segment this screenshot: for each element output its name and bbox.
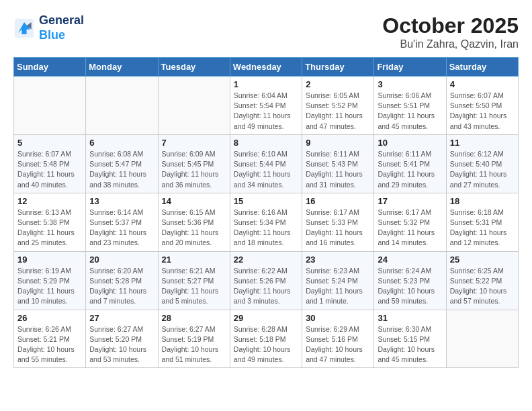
day-cell: 7Sunrise: 6:09 AM Sunset: 5:45 PM Daylig…	[158, 134, 230, 193]
day-cell: 8Sunrise: 6:10 AM Sunset: 5:44 PM Daylig…	[230, 134, 302, 193]
day-number: 30	[306, 313, 370, 323]
header-cell-saturday: Saturday	[446, 58, 518, 77]
day-info: Sunrise: 6:09 AM Sunset: 5:45 PM Dayligh…	[162, 149, 226, 190]
day-info: Sunrise: 6:13 AM Sunset: 5:38 PM Dayligh…	[17, 208, 82, 248]
day-number: 21	[162, 255, 226, 265]
day-number: 5	[17, 138, 82, 148]
day-info: Sunrise: 6:10 AM Sunset: 5:44 PM Dayligh…	[234, 149, 298, 190]
day-number: 23	[306, 255, 370, 265]
day-info: Sunrise: 6:25 AM Sunset: 5:22 PM Dayligh…	[450, 266, 515, 307]
header-cell-friday: Friday	[374, 58, 446, 77]
day-info: Sunrise: 6:11 AM Sunset: 5:41 PM Dayligh…	[378, 149, 442, 190]
day-number: 31	[378, 313, 442, 323]
day-cell: 28Sunrise: 6:27 AM Sunset: 5:19 PM Dayli…	[158, 310, 230, 368]
day-info: Sunrise: 6:12 AM Sunset: 5:40 PM Dayligh…	[450, 149, 515, 190]
day-cell: 26Sunrise: 6:26 AM Sunset: 5:21 PM Dayli…	[14, 310, 86, 368]
day-info: Sunrise: 6:15 AM Sunset: 5:36 PM Dayligh…	[162, 208, 226, 248]
day-number: 16	[306, 196, 370, 206]
header-cell-thursday: Thursday	[302, 58, 374, 77]
day-cell: 4Sunrise: 6:07 AM Sunset: 5:50 PM Daylig…	[446, 77, 518, 135]
day-cell: 30Sunrise: 6:29 AM Sunset: 5:16 PM Dayli…	[302, 310, 374, 368]
day-cell: 18Sunrise: 6:18 AM Sunset: 5:31 PM Dayli…	[446, 193, 518, 251]
day-cell: 13Sunrise: 6:14 AM Sunset: 5:37 PM Dayli…	[86, 193, 158, 251]
calendar-title: October 2025	[382, 13, 519, 38]
day-number: 9	[306, 138, 370, 148]
day-info: Sunrise: 6:17 AM Sunset: 5:32 PM Dayligh…	[378, 208, 442, 248]
day-info: Sunrise: 6:20 AM Sunset: 5:28 PM Dayligh…	[89, 266, 154, 307]
day-cell: 2Sunrise: 6:05 AM Sunset: 5:52 PM Daylig…	[302, 77, 374, 135]
day-info: Sunrise: 6:23 AM Sunset: 5:24 PM Dayligh…	[306, 266, 370, 307]
day-cell: 27Sunrise: 6:27 AM Sunset: 5:20 PM Dayli…	[86, 310, 158, 368]
day-cell: 12Sunrise: 6:13 AM Sunset: 5:38 PM Dayli…	[14, 193, 86, 251]
day-cell: 31Sunrise: 6:30 AM Sunset: 5:15 PM Dayli…	[374, 310, 446, 368]
day-number: 25	[450, 255, 515, 265]
day-info: Sunrise: 6:28 AM Sunset: 5:18 PM Dayligh…	[234, 324, 298, 365]
day-info: Sunrise: 6:30 AM Sunset: 5:15 PM Dayligh…	[378, 324, 442, 365]
day-cell: 9Sunrise: 6:11 AM Sunset: 5:43 PM Daylig…	[302, 134, 374, 193]
calendar-subtitle: Bu'in Zahra, Qazvin, Iran	[382, 38, 519, 50]
day-cell	[86, 77, 158, 135]
day-number: 24	[378, 255, 442, 265]
day-info: Sunrise: 6:17 AM Sunset: 5:33 PM Dayligh…	[306, 208, 370, 248]
week-row-3: 12Sunrise: 6:13 AM Sunset: 5:38 PM Dayli…	[14, 193, 519, 251]
day-number: 28	[162, 313, 226, 323]
day-cell: 14Sunrise: 6:15 AM Sunset: 5:36 PM Dayli…	[158, 193, 230, 251]
day-cell	[446, 310, 518, 368]
day-cell: 1Sunrise: 6:04 AM Sunset: 5:54 PM Daylig…	[230, 77, 302, 135]
day-info: Sunrise: 6:22 AM Sunset: 5:26 PM Dayligh…	[234, 266, 298, 307]
day-cell: 16Sunrise: 6:17 AM Sunset: 5:33 PM Dayli…	[302, 193, 374, 251]
header-cell-wednesday: Wednesday	[230, 58, 302, 77]
week-row-4: 19Sunrise: 6:19 AM Sunset: 5:29 PM Dayli…	[14, 251, 519, 310]
day-info: Sunrise: 6:07 AM Sunset: 5:50 PM Dayligh…	[450, 91, 515, 132]
day-number: 2	[306, 79, 370, 89]
calendar-header: SundayMondayTuesdayWednesdayThursdayFrid…	[14, 58, 519, 77]
day-number: 18	[450, 196, 515, 206]
logo-line2: Blue	[39, 28, 65, 42]
day-number: 6	[89, 138, 154, 148]
day-cell: 17Sunrise: 6:17 AM Sunset: 5:32 PM Dayli…	[374, 193, 446, 251]
week-row-1: 1Sunrise: 6:04 AM Sunset: 5:54 PM Daylig…	[14, 77, 519, 135]
header-cell-tuesday: Tuesday	[158, 58, 230, 77]
day-number: 29	[234, 313, 298, 323]
day-cell: 21Sunrise: 6:21 AM Sunset: 5:27 PM Dayli…	[158, 251, 230, 310]
calendar-body: 1Sunrise: 6:04 AM Sunset: 5:54 PM Daylig…	[14, 77, 519, 368]
logo-text: General Blue	[39, 13, 84, 42]
logo-icon	[13, 17, 35, 39]
day-number: 10	[378, 138, 442, 148]
day-cell: 25Sunrise: 6:25 AM Sunset: 5:22 PM Dayli…	[446, 251, 518, 310]
day-number: 22	[234, 255, 298, 265]
day-info: Sunrise: 6:27 AM Sunset: 5:20 PM Dayligh…	[89, 324, 154, 365]
title-block: October 2025 Bu'in Zahra, Qazvin, Iran	[382, 13, 519, 50]
day-cell: 24Sunrise: 6:24 AM Sunset: 5:23 PM Dayli…	[374, 251, 446, 310]
day-info: Sunrise: 6:14 AM Sunset: 5:37 PM Dayligh…	[89, 208, 154, 248]
day-cell: 5Sunrise: 6:07 AM Sunset: 5:48 PM Daylig…	[14, 134, 86, 193]
header-row: SundayMondayTuesdayWednesdayThursdayFrid…	[14, 58, 519, 77]
day-info: Sunrise: 6:08 AM Sunset: 5:47 PM Dayligh…	[89, 149, 154, 190]
day-number: 27	[89, 313, 154, 323]
day-info: Sunrise: 6:06 AM Sunset: 5:51 PM Dayligh…	[378, 91, 442, 132]
day-info: Sunrise: 6:04 AM Sunset: 5:54 PM Dayligh…	[234, 91, 298, 132]
logo: General Blue	[13, 13, 84, 42]
day-info: Sunrise: 6:19 AM Sunset: 5:29 PM Dayligh…	[17, 266, 82, 307]
day-number: 4	[450, 79, 515, 89]
day-info: Sunrise: 6:05 AM Sunset: 5:52 PM Dayligh…	[306, 91, 370, 132]
day-info: Sunrise: 6:18 AM Sunset: 5:31 PM Dayligh…	[450, 208, 515, 248]
day-info: Sunrise: 6:24 AM Sunset: 5:23 PM Dayligh…	[378, 266, 442, 307]
day-number: 8	[234, 138, 298, 148]
week-row-5: 26Sunrise: 6:26 AM Sunset: 5:21 PM Dayli…	[14, 310, 519, 368]
day-info: Sunrise: 6:26 AM Sunset: 5:21 PM Dayligh…	[17, 324, 82, 365]
header-cell-sunday: Sunday	[14, 58, 86, 77]
day-cell: 20Sunrise: 6:20 AM Sunset: 5:28 PM Dayli…	[86, 251, 158, 310]
day-info: Sunrise: 6:11 AM Sunset: 5:43 PM Dayligh…	[306, 149, 370, 190]
day-number: 11	[450, 138, 515, 148]
day-number: 13	[89, 196, 154, 206]
day-cell: 23Sunrise: 6:23 AM Sunset: 5:24 PM Dayli…	[302, 251, 374, 310]
day-cell: 11Sunrise: 6:12 AM Sunset: 5:40 PM Dayli…	[446, 134, 518, 193]
day-cell: 6Sunrise: 6:08 AM Sunset: 5:47 PM Daylig…	[86, 134, 158, 193]
day-info: Sunrise: 6:21 AM Sunset: 5:27 PM Dayligh…	[162, 266, 226, 307]
day-cell	[14, 77, 86, 135]
day-number: 12	[17, 196, 82, 206]
day-number: 17	[378, 196, 442, 206]
day-info: Sunrise: 6:07 AM Sunset: 5:48 PM Dayligh…	[17, 149, 82, 190]
header-cell-monday: Monday	[86, 58, 158, 77]
